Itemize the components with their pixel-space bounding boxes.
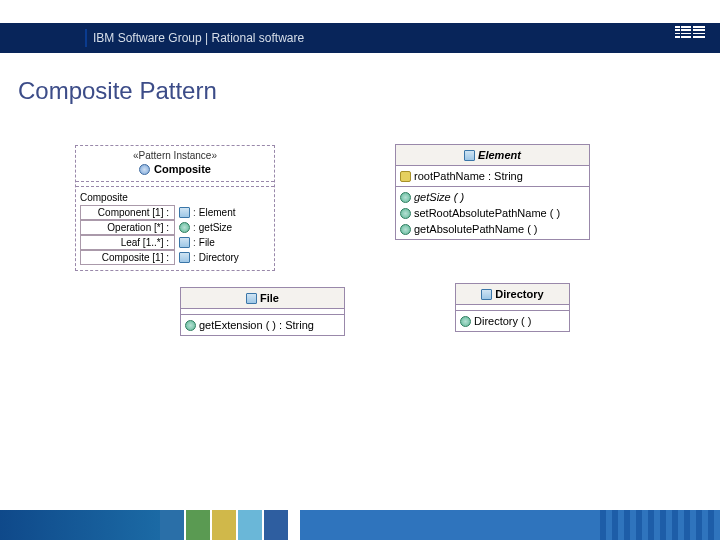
class-header: File [181,288,344,309]
operation-icon [400,224,411,235]
class-icon [179,237,190,248]
class-header: Directory [456,284,569,305]
pattern-stereotype: «Pattern Instance» [82,150,268,161]
header-divider [85,29,87,47]
class-icon [481,289,492,300]
class-icon [464,150,475,161]
operation-icon [179,222,190,233]
pattern-group-label: Composite [80,192,272,203]
binding-role: Operation [*] : [80,220,175,235]
operations-compartment: getSize ( ) setRootAbsolutePathName ( ) … [396,187,589,239]
class-directory: Directory Directory ( ) [455,283,570,332]
page-title: Composite Pattern [18,77,217,105]
attributes-compartment: rootPathName : String [396,166,589,187]
operation-text: getAbsolutePathName ( ) [414,222,538,236]
operation-text: getExtension ( ) : String [199,318,314,332]
binding-value: getSize [199,222,232,233]
footer-band-left [0,510,160,540]
ibm-logo [675,23,707,53]
class-name: File [260,291,279,305]
attribute-icon [400,171,411,182]
header-bar: IBM Software Group | Rational software [0,23,720,53]
class-name: Element [478,148,521,162]
binding-role: Composite [1] : [80,250,175,265]
footer-stripes [600,510,720,540]
footer-tiles [160,510,290,540]
operation-icon [400,208,411,219]
binding-row: Component [1] : :Element [80,205,272,220]
diagram-canvas: «Pattern Instance» Composite Composite C… [0,130,720,510]
class-icon [179,207,190,218]
operation-icon [460,316,471,327]
operations-compartment: getExtension ( ) : String [181,315,344,335]
operations-compartment: Directory ( ) [456,311,569,331]
class-header: Element [396,145,589,166]
class-name: Directory [495,287,543,301]
pattern-bindings: Composite Component [1] : :Element Opera… [76,187,274,270]
operation-icon [185,320,196,331]
binding-value: File [199,237,215,248]
header-title: IBM Software Group | Rational software [93,31,304,45]
binding-role: Component [1] : [80,205,175,220]
pattern-icon [139,164,150,175]
binding-row: Leaf [1..*] : :File [80,235,272,250]
operation-text: getSize ( ) [414,190,464,204]
pattern-header: «Pattern Instance» Composite [76,146,274,181]
binding-value: Directory [199,252,239,263]
attribute-text: rootPathName : String [414,169,523,183]
class-icon [179,252,190,263]
binding-role: Leaf [1..*] : [80,235,175,250]
class-element: Element rootPathName : String getSize ( … [395,144,590,240]
pattern-name: Composite [154,163,211,175]
class-icon [246,293,257,304]
binding-row: Composite [1] : :Directory [80,250,272,265]
operation-text: setRootAbsolutePathName ( ) [414,206,560,220]
binding-value: Element [199,207,236,218]
class-file: File getExtension ( ) : String [180,287,345,336]
operation-text: Directory ( ) [474,314,531,328]
pattern-instance-box: «Pattern Instance» Composite Composite C… [75,145,275,271]
operation-icon [400,192,411,203]
footer [0,510,720,540]
binding-row: Operation [*] : :getSize [80,220,272,235]
